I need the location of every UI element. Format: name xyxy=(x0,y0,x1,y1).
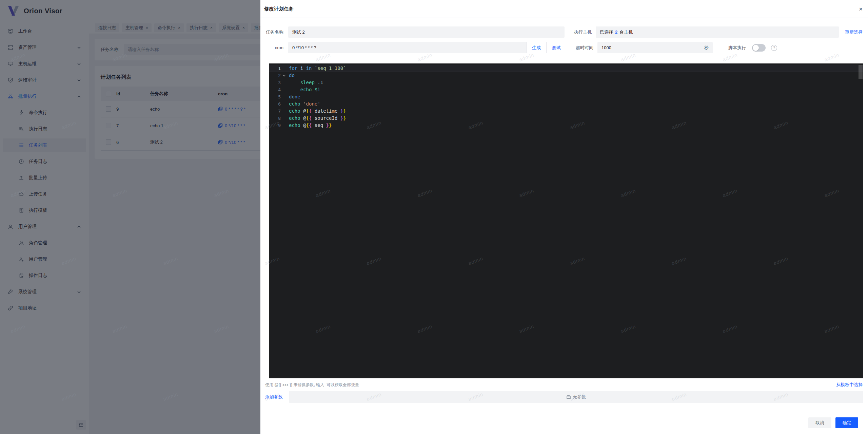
script-code-editor[interactable]: 1for i in `seq 1 100`2do3 sleep .14 echo… xyxy=(269,63,863,378)
no-param-text: 无参数 xyxy=(573,394,586,400)
line-number: 8 xyxy=(269,115,281,122)
drawer-title: 修改计划任务 xyxy=(264,6,294,12)
timeout-input[interactable]: 1000 秒 xyxy=(597,42,713,53)
line-number: 3 xyxy=(269,79,281,86)
editor-scrollbar[interactable] xyxy=(859,65,863,79)
cron-test-button[interactable]: 测试 xyxy=(546,42,566,53)
task-name-label: 任务名称 xyxy=(264,29,283,35)
add-param-link[interactable]: 添加参数 xyxy=(265,394,283,400)
cron-input-group: 0 */10 * * * ? 生成 测试 xyxy=(288,42,566,53)
host-selected-prefix: 已选择 xyxy=(600,29,613,35)
form-row-2: cron 0 */10 * * * ? 生成 测试 超时时间 1000 秒 脚本… xyxy=(264,42,863,53)
cron-label: cron xyxy=(264,45,283,50)
host-selected-suffix: 台主机 xyxy=(619,29,633,35)
task-name-input[interactable]: 测试 2 xyxy=(288,26,565,38)
exec-host-label: 执行主机 xyxy=(565,29,592,35)
toggle-knob xyxy=(753,45,759,51)
editor-line: 7echo @{{ datetime }} xyxy=(269,108,863,115)
cron-input[interactable]: 0 */10 * * * ? xyxy=(288,42,526,53)
param-hint-text: 使用 @{{ xxx }} 来替换参数, 输入_可以获取全部变量 xyxy=(265,382,359,388)
form-row-1: 任务名称 测试 2 执行主机 已选择 2 台主机 重新选择 xyxy=(264,26,863,38)
cron-generate-button[interactable]: 生成 xyxy=(526,42,546,53)
editor-line: 2do xyxy=(269,72,863,79)
line-number: 7 xyxy=(269,108,281,115)
editor-hint-row: 使用 @{{ xxx }} 来替换参数, 输入_可以获取全部变量 从模板中选择 xyxy=(265,380,863,389)
help-icon[interactable]: ? xyxy=(771,45,777,51)
app-root: Orion Visor 工作台资产管理主机运维运维审计批量执行命令执行执行日志任… xyxy=(0,0,868,434)
drawer-footer: 取消 确定 xyxy=(264,417,863,434)
drawer-header: 修改计划任务 × xyxy=(260,0,868,18)
selected-hosts-box: 已选择 2 台主机 xyxy=(596,26,839,38)
host-selected-count: 2 xyxy=(615,30,617,35)
confirm-button[interactable]: 确定 xyxy=(835,417,858,428)
editor-line: 1for i in `seq 1 100` xyxy=(269,65,863,72)
line-number: 1 xyxy=(269,65,281,72)
script-exec-label: 脚本执行 xyxy=(728,45,746,51)
editor-line: 3 sleep .1 xyxy=(269,79,863,86)
line-number: 6 xyxy=(269,100,281,108)
editor-line: 8echo @{{ sourceId }} xyxy=(269,115,863,122)
chevron-down-icon xyxy=(282,73,287,78)
line-number: 2 xyxy=(269,72,281,79)
edit-task-drawer: 修改计划任务 × 任务名称 测试 2 执行主机 已选择 2 台主机 重新选择 c… xyxy=(260,0,868,434)
reselect-hosts-link[interactable]: 重新选择 xyxy=(845,29,863,35)
timeout-label: 超时时间 xyxy=(567,45,593,51)
editor-line: 9echo @{{ seq }} xyxy=(269,122,863,129)
choose-from-template-link[interactable]: 从模板中选择 xyxy=(836,382,863,388)
empty-box-icon xyxy=(566,395,571,399)
close-icon[interactable]: × xyxy=(859,6,863,12)
script-exec-toggle[interactable] xyxy=(752,44,766,52)
timeout-unit: 秒 xyxy=(704,45,709,51)
cancel-button[interactable]: 取消 xyxy=(808,417,831,428)
modal-mask[interactable] xyxy=(0,0,260,434)
line-number: 5 xyxy=(269,93,281,100)
editor-line: 6echo 'done' xyxy=(269,100,863,108)
line-number: 9 xyxy=(269,122,281,129)
param-row: 添加参数 无参数 xyxy=(264,391,863,403)
fold-chevron-icon[interactable] xyxy=(281,72,288,79)
editor-line: 4 echo $i xyxy=(269,86,863,93)
timeout-value: 1000 xyxy=(601,45,611,50)
drawer-body: 任务名称 测试 2 执行主机 已选择 2 台主机 重新选择 cron 0 */1… xyxy=(260,18,868,434)
editor-line: 5done xyxy=(269,93,863,100)
no-param-box: 无参数 xyxy=(289,391,863,403)
line-number: 4 xyxy=(269,86,281,93)
